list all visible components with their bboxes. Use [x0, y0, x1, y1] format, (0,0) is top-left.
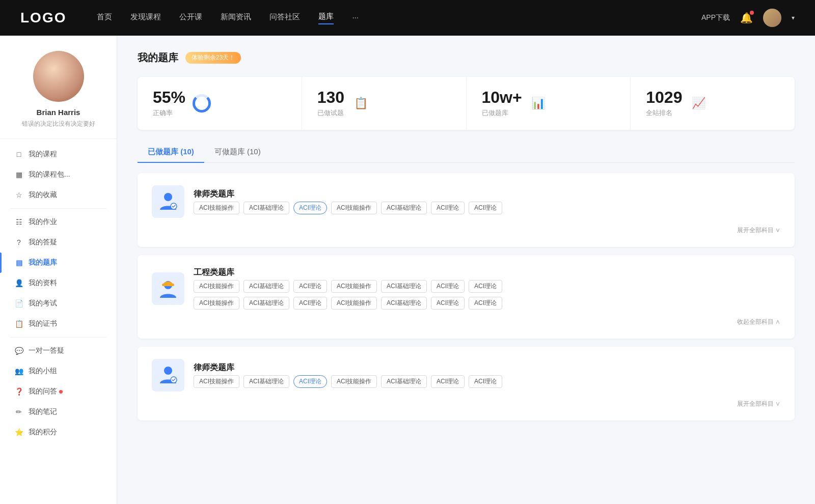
- bank-tag[interactable]: ACI理论: [431, 202, 465, 214]
- stat-text: 55% 正确率: [153, 89, 185, 118]
- bank-tag[interactable]: ACI技能操作: [331, 202, 377, 214]
- sidebar-item-homework[interactable]: ☷ 我的作业: [0, 212, 117, 232]
- sidebar-item-qa[interactable]: ? 我的答疑: [0, 232, 117, 253]
- bank-tag[interactable]: ACI技能操作: [331, 375, 377, 388]
- avatar-image: [33, 51, 84, 102]
- bank-tag[interactable]: ACI基础理论: [381, 297, 427, 310]
- sidebar-item-coursepack[interactable]: ▦ 我的课程包...: [0, 164, 117, 185]
- sidebar-divider: [10, 208, 106, 209]
- bank-header: 律师类题库 ACI技能操作 ACI基础理论 ACI理论 ACI技能操作 ACI基…: [152, 185, 780, 218]
- engineer-icon: [157, 277, 179, 300]
- bank-title: 工程类题库: [194, 267, 780, 278]
- bank-header: 律师类题库 ACI技能操作 ACI基础理论 ACI理论 ACI技能操作 ACI基…: [152, 359, 780, 391]
- profile-area: Brian Harris 错误的决定比没有决定要好: [0, 51, 117, 139]
- bank-tag[interactable]: ACI基础理论: [381, 202, 427, 214]
- bank-tag[interactable]: ACI技能操作: [194, 375, 239, 388]
- bank-tag[interactable]: ACI技能操作: [331, 280, 377, 293]
- sidebar-item-mycourse[interactable]: □ 我的课程: [0, 144, 117, 164]
- bank-tag[interactable]: ACI理论: [469, 375, 502, 388]
- page-header: 我的题库 体验剩余23天！: [138, 51, 795, 65]
- sidebar-item-onetoone[interactable]: 💬 一对一答疑: [0, 341, 117, 361]
- lawyer-icon-2: [157, 364, 179, 386]
- sidebar-item-group[interactable]: 👥 我的小组: [0, 361, 117, 381]
- bank-tag[interactable]: ACI基础理论: [381, 280, 427, 293]
- points-icon: ⭐: [14, 428, 23, 436]
- bank-tag[interactable]: ACI理论: [469, 297, 502, 310]
- svg-point-0: [164, 193, 172, 201]
- bank-tag-active[interactable]: ACI理论: [293, 375, 327, 388]
- sidebar-item-favorites[interactable]: ☆ 我的收藏: [0, 185, 117, 205]
- bank-footer: 展开全部科目 ∨: [152, 226, 780, 235]
- stat-text: 1029 全站排名: [646, 89, 682, 118]
- sidebar-label: 我的问答: [29, 387, 57, 396]
- bank-tag[interactable]: ACI基础理论: [243, 280, 289, 293]
- bank-tag[interactable]: ACI基础理论: [243, 202, 289, 214]
- sidebar-item-profile[interactable]: 👤 我的资料: [0, 273, 117, 293]
- nav-link-qa[interactable]: 问答社区: [269, 12, 300, 24]
- expand-link[interactable]: 展开全部科目 ∨: [737, 226, 780, 235]
- sidebar-label: 我的课程包...: [29, 170, 70, 179]
- sidebar-label: 我的答疑: [29, 238, 57, 247]
- bank-tag[interactable]: ACI理论: [293, 280, 327, 293]
- bank-tags-row1: ACI技能操作 ACI基础理论 ACI理论 ACI技能操作 ACI基础理论 AC…: [194, 280, 780, 293]
- bank-title: 律师类题库: [194, 189, 502, 200]
- bank-tag[interactable]: ACI理论: [431, 297, 465, 310]
- bank-tag[interactable]: ACI理论: [293, 297, 327, 310]
- sidebar-item-points[interactable]: ⭐ 我的积分: [0, 422, 117, 442]
- sidebar-item-questionbank[interactable]: ▤ 我的题库: [0, 253, 117, 273]
- bank-card-lawyer-2: 律师类题库 ACI技能操作 ACI基础理论 ACI理论 ACI技能操作 ACI基…: [138, 347, 795, 421]
- profile-motto: 错误的决定比没有决定要好: [22, 120, 95, 128]
- navbar: LOGO 首页 发现课程 公开课 新闻资讯 问答社区 题库 ··· APP下载 …: [0, 0, 815, 36]
- bank-tag[interactable]: ACI技能操作: [331, 297, 377, 310]
- page-title: 我的题库: [138, 51, 178, 65]
- stat-text: 10w+ 已做题库: [482, 89, 522, 118]
- sidebar-item-cert[interactable]: 📋 我的证书: [0, 314, 117, 334]
- tab-available[interactable]: 可做题库 (10): [204, 142, 271, 163]
- bank-tag[interactable]: ACI理论: [469, 280, 502, 293]
- stat-done-banks: 10w+ 已做题库 📊: [467, 77, 631, 130]
- bank-tag[interactable]: ACI基础理论: [243, 375, 289, 388]
- avatar: [33, 51, 84, 102]
- onetoone-icon: 💬: [14, 347, 23, 355]
- tab-done[interactable]: 已做题库 (10): [138, 142, 204, 163]
- qa-icon: ?: [14, 238, 23, 246]
- bank-tag[interactable]: ACI技能操作: [194, 297, 239, 310]
- nav-link-home[interactable]: 首页: [97, 12, 112, 24]
- nav-links: 首页 发现课程 公开课 新闻资讯 问答社区 题库 ···: [97, 12, 701, 24]
- bank-tag-active[interactable]: ACI理论: [293, 202, 327, 214]
- stat-label: 已做试题: [317, 108, 344, 118]
- bank-tag[interactable]: ACI技能操作: [194, 280, 239, 293]
- bank-tag[interactable]: ACI技能操作: [194, 202, 239, 214]
- bank-tag[interactable]: ACI理论: [431, 280, 465, 293]
- star-icon: ☆: [14, 191, 23, 199]
- nav-link-courses[interactable]: 发现课程: [130, 12, 161, 24]
- nav-link-more[interactable]: ···: [352, 13, 359, 23]
- sidebar-label: 我的证书: [29, 319, 57, 328]
- nav-chevron-icon[interactable]: ▾: [792, 14, 795, 21]
- bank-tag[interactable]: ACI基础理论: [243, 297, 289, 310]
- nav-link-open-course[interactable]: 公开课: [179, 12, 202, 24]
- bank-tags-row2: ACI技能操作 ACI基础理论 ACI理论 ACI技能操作 ACI基础理论 AC…: [194, 297, 780, 310]
- sidebar-item-exam[interactable]: 📄 我的考试: [0, 293, 117, 314]
- page-wrap: Brian Harris 错误的决定比没有决定要好 □ 我的课程 ▦ 我的课程包…: [0, 36, 815, 504]
- nav-link-bank[interactable]: 题库: [318, 12, 334, 24]
- bank-info: 工程类题库 ACI技能操作 ACI基础理论 ACI理论 ACI技能操作 ACI基…: [194, 267, 780, 310]
- lawyer-icon: [157, 190, 179, 213]
- nav-app-download[interactable]: APP下载: [701, 13, 730, 22]
- bank-tag[interactable]: ACI理论: [431, 375, 465, 388]
- nav-link-news[interactable]: 新闻资讯: [221, 12, 251, 24]
- expand-link-2[interactable]: 展开全部科目 ∨: [737, 400, 780, 408]
- bank-title: 律师类题库: [194, 362, 502, 373]
- main-content: 我的题库 体验剩余23天！ 55% 正确率 130 已做试题 📋: [117, 36, 815, 504]
- bank-tag[interactable]: ACI基础理论: [381, 375, 427, 388]
- collapse-link[interactable]: 收起全部科目 ∧: [737, 318, 780, 326]
- nav-avatar[interactable]: [763, 9, 781, 27]
- profile-icon: 👤: [14, 279, 23, 287]
- bank-tag[interactable]: ACI理论: [469, 202, 502, 214]
- sidebar-item-questions[interactable]: ❓ 我的问答: [0, 381, 117, 402]
- sidebar-item-notes[interactable]: ✏ 我的笔记: [0, 402, 117, 422]
- bank-tags: ACI技能操作 ACI基础理论 ACI理论 ACI技能操作 ACI基础理论 AC…: [194, 375, 502, 388]
- nav-bell-button[interactable]: 🔔: [740, 12, 753, 24]
- sidebar-label: 一对一答疑: [29, 346, 64, 355]
- bank-card-lawyer-1: 律师类题库 ACI技能操作 ACI基础理论 ACI理论 ACI技能操作 ACI基…: [138, 173, 795, 247]
